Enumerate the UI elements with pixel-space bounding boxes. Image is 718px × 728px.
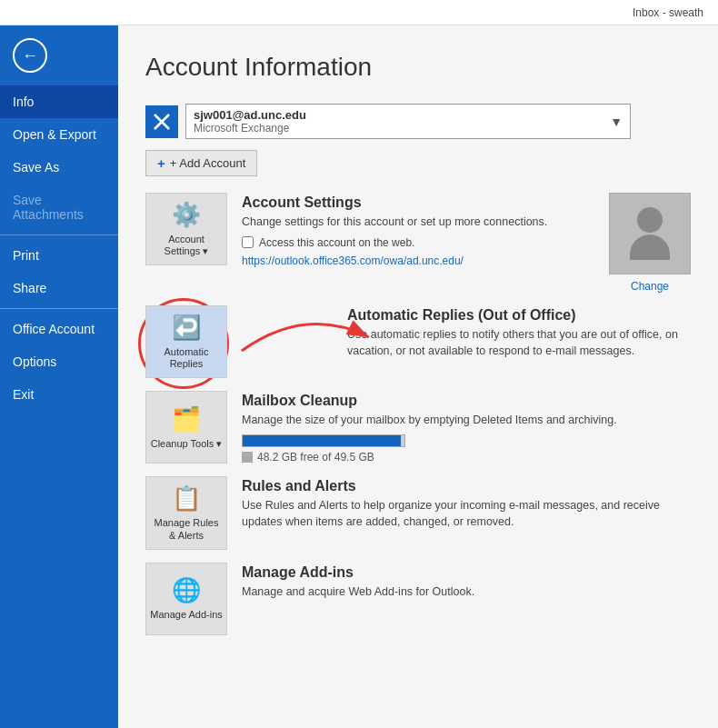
account-settings-icon: ⚙️ bbox=[172, 201, 201, 229]
sidebar-item-options[interactable]: Options bbox=[0, 345, 118, 378]
main-content: Account Information sjw001@ad.unc.edu Mi… bbox=[118, 25, 718, 728]
manage-rules-button[interactable]: 📋 Manage Rules & Alerts bbox=[145, 476, 227, 549]
cleanup-icon: 🗂️ bbox=[172, 405, 201, 434]
rules-alerts-desc: Use Rules and Alerts to help organize yo… bbox=[242, 498, 691, 530]
dropdown-arrow-icon: ▼ bbox=[610, 115, 623, 129]
title-bar: Inbox - sweath bbox=[0, 0, 718, 25]
automatic-replies-desc: Use automatic replies to notify others t… bbox=[347, 327, 691, 359]
sidebar-divider-1 bbox=[0, 234, 118, 235]
account-email: sjw001@ad.unc.edu bbox=[194, 108, 623, 122]
sidebar-item-save-as[interactable]: Save As bbox=[0, 151, 118, 184]
automatic-replies-button[interactable]: ↩️ Automatic Replies bbox=[145, 305, 227, 378]
automatic-replies-section: ↩️ Automatic Replies bbox=[145, 305, 691, 378]
red-arrow bbox=[233, 314, 378, 360]
manage-addins-info: Manage Add-ins Manage and acquire Web Ad… bbox=[242, 563, 691, 606]
avatar-person bbox=[630, 207, 670, 260]
avatar-body bbox=[630, 234, 670, 260]
sidebar-item-office-account[interactable]: Office Account bbox=[0, 313, 118, 345]
rules-icon: 📋 bbox=[172, 484, 201, 513]
storage-bar-fill bbox=[243, 435, 401, 446]
storage-text: 48.2 GB free of 49.5 GB bbox=[242, 451, 691, 464]
mailbox-cleanup-desc: Manage the size of your mailbox by empty… bbox=[242, 413, 691, 429]
avatar-section: Change bbox=[609, 193, 691, 293]
back-icon: ← bbox=[13, 38, 47, 73]
storage-bar bbox=[242, 434, 405, 447]
rules-alerts-section: 📋 Manage Rules & Alerts Rules and Alerts… bbox=[145, 476, 691, 549]
manage-addins-section: 🌐 Manage Add-ins Manage Add-ins Manage a… bbox=[145, 563, 691, 635]
account-settings-section: ⚙️ Account Settings ▾ Account Settings C… bbox=[145, 193, 691, 293]
sidebar-item-info[interactable]: Info bbox=[0, 85, 118, 118]
sidebar: ← Info Open & Export Save As Save Attach… bbox=[0, 25, 118, 728]
sidebar-divider-2 bbox=[0, 308, 118, 309]
storage-icon bbox=[242, 452, 253, 463]
change-photo-link[interactable]: Change bbox=[631, 280, 669, 293]
account-selector-row: sjw001@ad.unc.edu Microsoft Exchange ▼ bbox=[145, 104, 691, 139]
rules-alerts-title: Rules and Alerts bbox=[242, 478, 691, 494]
automatic-replies-icon: ↩️ bbox=[172, 314, 201, 342]
account-settings-desc: Change settings for this account or set … bbox=[242, 214, 594, 231]
back-button[interactable]: ← bbox=[7, 33, 53, 78]
sidebar-item-print[interactable]: Print bbox=[0, 239, 118, 272]
avatar-head bbox=[637, 207, 663, 233]
addins-icon: 🌐 bbox=[172, 576, 201, 604]
mailbox-cleanup-section: 🗂️ Cleanup Tools ▾ Mailbox Cleanup Manag… bbox=[145, 391, 691, 464]
account-settings-info: Account Settings Change settings for thi… bbox=[242, 193, 594, 268]
sidebar-item-open-export[interactable]: Open & Export bbox=[0, 118, 118, 151]
cleanup-tools-button[interactable]: 🗂️ Cleanup Tools ▾ bbox=[145, 391, 227, 464]
sidebar-item-exit[interactable]: Exit bbox=[0, 378, 118, 411]
manage-addins-desc: Manage and acquire Web Add-ins for Outlo… bbox=[242, 584, 691, 601]
sidebar-item-share[interactable]: Share bbox=[0, 272, 118, 304]
account-settings-button[interactable]: ⚙️ Account Settings ▾ bbox=[145, 193, 227, 265]
sidebar-item-save-attachments: Save Attachments bbox=[0, 184, 118, 231]
manage-addins-title: Manage Add-ins bbox=[242, 564, 691, 581]
account-icon bbox=[145, 105, 178, 138]
automatic-replies-title: Automatic Replies (Out of Office) bbox=[347, 307, 691, 324]
access-web-label: Access this account on the web. bbox=[259, 236, 414, 249]
add-account-button[interactable]: + + Add Account bbox=[145, 150, 257, 176]
mailbox-cleanup-title: Mailbox Cleanup bbox=[242, 393, 691, 409]
title-bar-text: Inbox - sweath bbox=[633, 6, 703, 19]
account-type: Microsoft Exchange bbox=[194, 122, 623, 135]
account-dropdown[interactable]: sjw001@ad.unc.edu Microsoft Exchange ▼ bbox=[185, 104, 631, 139]
add-icon: + bbox=[157, 155, 165, 171]
account-settings-title: Account Settings bbox=[242, 194, 594, 211]
access-web-row: Access this account on the web. bbox=[242, 236, 594, 249]
rules-alerts-info: Rules and Alerts Use Rules and Alerts to… bbox=[242, 476, 691, 535]
avatar-box bbox=[609, 193, 691, 274]
page-title: Account Information bbox=[145, 53, 691, 82]
manage-addins-button[interactable]: 🌐 Manage Add-ins bbox=[145, 563, 227, 635]
mailbox-cleanup-info: Mailbox Cleanup Manage the size of your … bbox=[242, 391, 691, 464]
web-link[interactable]: https://outlook.office365.com/owa/ad.unc… bbox=[242, 254, 464, 267]
automatic-replies-wrapper: ↩️ Automatic Replies bbox=[145, 305, 227, 378]
access-web-checkbox[interactable] bbox=[242, 236, 254, 248]
